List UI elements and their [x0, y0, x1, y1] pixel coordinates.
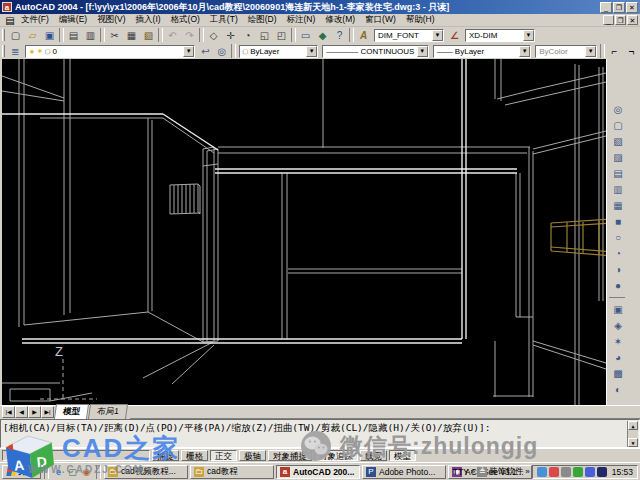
3d-continuous-orbit-icon[interactable]: ●: [609, 277, 627, 293]
zoom-window-icon[interactable]: ◱: [256, 28, 273, 43]
hidden-view-icon[interactable]: ▨: [609, 149, 627, 165]
flat-shaded-edges-icon[interactable]: ▦: [609, 197, 627, 213]
dim-style-combo[interactable]: XD-DIM ▼: [465, 29, 535, 42]
media-player-icon[interactable]: ◉: [80, 465, 93, 478]
status-toggle-捕捉[interactable]: 捕捉: [152, 450, 179, 461]
color-combo[interactable]: ■ ByLayer ▼: [239, 45, 318, 58]
tab-nav-3[interactable]: ▶|: [41, 406, 54, 418]
pan-realtime-icon[interactable]: ✛: [222, 28, 239, 43]
hyperlink-icon[interactable]: ◇: [205, 28, 222, 43]
paste-icon[interactable]: ▧: [140, 28, 157, 43]
menu-标注N[interactable]: 标注(N): [282, 13, 321, 25]
task-button-cad教程[interactable]: 🗀cad教程: [190, 465, 274, 479]
start-button[interactable]: 开始: [2, 465, 41, 479]
plot-preview-icon[interactable]: ▥: [82, 28, 99, 43]
chevron-down-icon[interactable]: ▼: [523, 30, 534, 41]
mapping-icon[interactable]: ▩: [609, 365, 627, 381]
tray-icon-4[interactable]: [585, 467, 595, 477]
3d-wireframe-icon[interactable]: ▧: [609, 133, 627, 149]
window-close-icon[interactable]: ✕: [626, 2, 638, 13]
toolbar-grip[interactable]: [2, 45, 5, 57]
chevron-down-icon[interactable]: ▼: [519, 46, 530, 57]
tray-icon-2[interactable]: [561, 467, 571, 477]
layer-freeze-sun-icon[interactable]: ✶: [36, 47, 43, 56]
title-bar[interactable]: a AutoCAD 2004 - [f:\yy\yx1\2006年\2006年1…: [0, 0, 640, 14]
tray-icon-5[interactable]: [597, 467, 607, 477]
save-icon[interactable]: ▣: [41, 28, 58, 43]
status-toggle-对象追踪[interactable]: 对象追踪: [314, 450, 358, 461]
docked-toolbar-icon-1[interactable]: ¬: [623, 44, 640, 59]
undo-icon[interactable]: ↶: [164, 28, 181, 43]
layer-previous-icon[interactable]: ↩: [197, 44, 213, 59]
3d-swivel-camera-icon[interactable]: ◎: [609, 101, 627, 117]
chevron-down-icon[interactable]: ▼: [417, 46, 428, 57]
menu-编辑E[interactable]: 编辑(E): [54, 13, 92, 25]
zoom-previous-icon[interactable]: ◰: [273, 28, 290, 43]
chevron-down-icon[interactable]: ▼: [585, 46, 596, 57]
scroll-down-icon[interactable]: ▼: [628, 438, 638, 447]
status-toggle-极轴[interactable]: 极轴: [239, 450, 266, 461]
linetype-combo[interactable]: ———— CONTINUOUS ▼: [322, 45, 428, 58]
window-restore-icon[interactable]: ❐: [613, 2, 625, 13]
tray-icon-3[interactable]: [573, 467, 583, 477]
menu-文件F[interactable]: 文件(F): [16, 13, 54, 25]
materials-icon[interactable]: ◕: [609, 349, 627, 365]
status-toggle-模型[interactable]: 模型: [389, 450, 416, 461]
command-scrollbar[interactable]: ▲ ▼: [627, 421, 638, 447]
text-style-combo[interactable]: DIM_FONT ▼: [374, 29, 444, 42]
document-window-restore-icon[interactable]: ❐: [615, 15, 626, 25]
tray-icon-0[interactable]: [537, 467, 547, 477]
docked-toolbar-icon-0[interactable]: ⌐: [606, 44, 623, 59]
designcenter-icon[interactable]: ◆: [314, 28, 331, 43]
3d-orbit-icon[interactable]: ◑: [609, 261, 627, 277]
ie-icon[interactable]: e: [52, 465, 65, 478]
tabs-scroll-track[interactable]: [130, 406, 640, 419]
menu-视图V[interactable]: 视图(V): [92, 13, 130, 25]
task-button-cad视频教程...[interactable]: 🗀cad视频教程...: [104, 465, 188, 479]
plot-icon[interactable]: ▤: [65, 28, 82, 43]
status-toggle-栅格[interactable]: 栅格: [181, 450, 208, 461]
lineweight-combo[interactable]: —— ByLayer ▼: [433, 45, 532, 58]
taskbar-toolbar-label[interactable]: ≜ 装饰软件 »: [477, 466, 529, 478]
zoom-realtime-icon[interactable]: ◔: [239, 28, 256, 43]
scroll-up-icon[interactable]: ▲: [628, 421, 638, 430]
tab-nav-2[interactable]: ▶: [28, 406, 41, 418]
3d-pan-icon[interactable]: ○: [609, 229, 627, 245]
2d-wireframe-icon[interactable]: ▢: [609, 117, 627, 133]
render-icon[interactable]: ▣: [609, 301, 627, 317]
command-line-window[interactable]: [相机(CA)/目标(TA)/距离(D)/点(PO)/平移(PA)/缩放(Z)/…: [0, 419, 640, 448]
3d-zoom-icon[interactable]: ◔: [609, 245, 627, 261]
menu-窗口W[interactable]: 窗口(W): [360, 13, 401, 25]
task-button-Adobe Photo...[interactable]: PAdobe Photo...: [362, 465, 446, 479]
tab-nav-1[interactable]: ◀: [15, 406, 28, 418]
tab-nav-0[interactable]: |◀: [2, 406, 15, 418]
task-button-AutoCAD 200...[interactable]: aAutoCAD 200...: [276, 465, 360, 479]
layer-combo[interactable]: ● ✶ ■ 0 ▼: [25, 45, 195, 58]
lights-icon[interactable]: ✶: [609, 333, 627, 349]
status-toggle-线宽[interactable]: 线宽: [360, 450, 387, 461]
tab-模型[interactable]: 模型: [54, 404, 89, 419]
chevron-down-icon[interactable]: ▼: [432, 30, 443, 41]
cut-icon[interactable]: ✂: [106, 28, 123, 43]
chevron-icon[interactable]: »: [525, 467, 529, 476]
menu-格式O[interactable]: 格式(O): [166, 13, 205, 25]
help-icon[interactable]: ?: [331, 28, 348, 43]
chevron-down-icon[interactable]: ▼: [183, 46, 194, 57]
tray-icon-1[interactable]: [549, 467, 559, 477]
gouraud-shaded-edges-icon[interactable]: ■: [609, 213, 627, 229]
new-icon[interactable]: ▢: [7, 28, 24, 43]
language-indicator[interactable]: TTY »: [453, 467, 476, 477]
layer-on-bulb-icon[interactable]: ●: [29, 47, 34, 56]
document-window-minimize-icon[interactable]: _: [603, 15, 614, 25]
status-toggle-对象捕捉[interactable]: 对象捕捉: [268, 450, 312, 461]
text-style-icon[interactable]: A: [355, 28, 372, 43]
window-minimize-icon[interactable]: _: [600, 2, 612, 13]
menu-绘图D[interactable]: 绘图(D): [243, 13, 282, 25]
layer-manager-icon[interactable]: ≣: [7, 44, 23, 59]
status-toggle-正交[interactable]: 正交: [210, 450, 237, 461]
chevron-icon[interactable]: »: [471, 467, 475, 476]
menu-帮助H[interactable]: 帮助(H): [401, 13, 440, 25]
gouraud-shaded-icon[interactable]: ▥: [609, 181, 627, 197]
show-desktop-icon[interactable]: ▢: [66, 465, 79, 478]
copy-icon[interactable]: ▦: [123, 28, 140, 43]
